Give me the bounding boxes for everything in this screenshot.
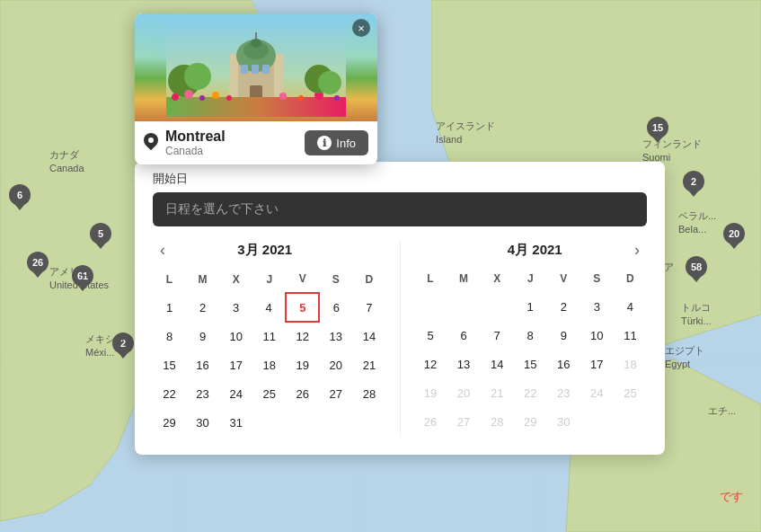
calendar-day[interactable]: 3: [219, 293, 252, 322]
info-button[interactable]: ℹ Info: [305, 130, 368, 155]
calendar-day[interactable]: 8: [514, 321, 547, 350]
calendar-day[interactable]: 13: [319, 322, 352, 350]
calendar-day[interactable]: 7: [352, 293, 385, 322]
calendar-day[interactable]: 6: [319, 293, 352, 322]
weekday-header: M: [447, 269, 481, 292]
calendar-day[interactable]: 11: [252, 322, 286, 350]
calendar-day[interactable]: 1: [514, 292, 547, 321]
left-weekdays-row: LMXJVSD: [153, 269, 386, 293]
date-input[interactable]: 日程を選んで下さい: [153, 192, 647, 226]
info-button-label: Info: [336, 137, 356, 150]
calendar-day[interactable]: 3: [580, 292, 614, 321]
map-pin-6[interactable]: 6: [9, 184, 31, 206]
calendar-day: [447, 292, 481, 321]
calendar-day: [286, 408, 319, 437]
calendar-day[interactable]: 16: [186, 350, 219, 379]
calendar-day[interactable]: 12: [414, 350, 447, 378]
calendar-day[interactable]: 2: [547, 292, 580, 321]
calendar-day[interactable]: 6: [447, 321, 481, 350]
calendar-day[interactable]: 28: [352, 379, 385, 408]
svg-rect-17: [241, 65, 248, 74]
map-pin-15[interactable]: 15: [647, 117, 668, 138]
calendar-day[interactable]: 8: [153, 322, 186, 350]
calendar-week-row: 15161718192021: [153, 350, 386, 379]
weekday-header: J: [514, 269, 547, 292]
calendar-day[interactable]: 21: [352, 350, 385, 379]
weekday-header: L: [153, 269, 186, 293]
calendar-day[interactable]: 21: [481, 378, 514, 407]
calendar-day[interactable]: 27: [319, 379, 352, 408]
calendar-day[interactable]: 14: [481, 350, 514, 378]
calendar-week-row: 19202122232425: [414, 378, 648, 407]
calendar-day[interactable]: 5: [286, 293, 319, 322]
popup-info-bar: Montreal Canada ℹ Info: [135, 121, 377, 164]
calendar-week-row: 1234567: [153, 293, 386, 322]
map-pin-20[interactable]: 20: [723, 223, 745, 244]
calendar-day[interactable]: 27: [447, 407, 481, 436]
calendar-day[interactable]: 16: [547, 350, 580, 378]
calendar-day[interactable]: 19: [286, 350, 319, 379]
map-label-iceland: アイスランドIsland: [436, 120, 495, 147]
location-text: Montreal Canada: [165, 129, 226, 157]
calendar-day[interactable]: 4: [252, 293, 286, 322]
calendar-day[interactable]: 7: [481, 321, 514, 350]
calendar-week-row: 1234: [414, 292, 648, 321]
calendar-day[interactable]: 26: [286, 379, 319, 408]
calendar-day[interactable]: 20: [447, 378, 481, 407]
calendar-day[interactable]: 18: [252, 350, 286, 379]
calendar-day[interactable]: 12: [286, 322, 319, 350]
calendar-day[interactable]: 9: [186, 322, 219, 350]
calendar-day[interactable]: 17: [580, 350, 614, 378]
calendar-day[interactable]: 9: [547, 321, 580, 350]
calendar-day[interactable]: 4: [614, 292, 647, 321]
map-pin-26[interactable]: 26: [27, 252, 49, 273]
calendar-day[interactable]: 14: [352, 322, 385, 350]
calendar-day[interactable]: 15: [514, 350, 547, 378]
calendar-day[interactable]: 30: [186, 408, 219, 437]
calendar-day: [580, 407, 614, 436]
calendar-day[interactable]: 28: [481, 407, 514, 436]
calendar-day[interactable]: 18: [614, 350, 647, 378]
map-pin-5[interactable]: 5: [90, 223, 111, 244]
calendar-day[interactable]: 26: [414, 407, 447, 436]
next-month-button[interactable]: ›: [631, 241, 643, 260]
map-pin-58[interactable]: 58: [686, 256, 707, 278]
calendar-day[interactable]: 13: [447, 350, 481, 378]
calendar-day[interactable]: 30: [547, 407, 580, 436]
calendar-week-row: 293031: [153, 408, 386, 437]
svg-point-23: [184, 90, 193, 99]
calendar-day[interactable]: 24: [219, 379, 252, 408]
calendar-day[interactable]: 11: [614, 321, 647, 350]
calendar-day[interactable]: 23: [547, 378, 580, 407]
popup-image: ×: [135, 13, 377, 121]
calendar-day: [481, 292, 514, 321]
left-cal-body: 1234567891011121314151617181920212223242…: [153, 293, 386, 437]
calendar-day[interactable]: 25: [252, 379, 286, 408]
calendar-day[interactable]: 19: [414, 378, 447, 407]
calendar-day[interactable]: 17: [219, 350, 252, 379]
calendar-day[interactable]: 5: [414, 321, 447, 350]
calendar-day[interactable]: 2: [186, 293, 219, 322]
calendar-day[interactable]: 24: [580, 378, 614, 407]
calendar-day[interactable]: 20: [319, 350, 352, 379]
prev-month-button[interactable]: ‹: [156, 241, 169, 260]
calendar-day[interactable]: 31: [219, 408, 252, 437]
map-pin-2-finland[interactable]: 2: [683, 171, 704, 192]
svg-point-22: [172, 93, 179, 101]
calendar-day[interactable]: 23: [186, 379, 219, 408]
calendar-day[interactable]: 29: [514, 407, 547, 436]
svg-point-32: [318, 71, 341, 94]
popup-close-button[interactable]: ×: [352, 19, 370, 37]
calendar-day[interactable]: 1: [153, 293, 186, 322]
right-cal-grid: LMXJVSD 12345678910111213141516171819202…: [414, 269, 648, 436]
calendar-day[interactable]: 10: [580, 321, 614, 350]
calendar-day[interactable]: 22: [153, 379, 186, 408]
calendar-day[interactable]: 25: [614, 378, 647, 407]
location-pin-icon: [144, 133, 160, 153]
calendar-day[interactable]: 22: [514, 378, 547, 407]
calendar-day[interactable]: 10: [219, 322, 252, 350]
calendar-day[interactable]: 15: [153, 350, 186, 379]
calendar-week-row: 12131415161718: [414, 350, 648, 378]
map-label-canada: カナダCanada: [49, 148, 84, 176]
calendar-day[interactable]: 29: [153, 408, 186, 437]
